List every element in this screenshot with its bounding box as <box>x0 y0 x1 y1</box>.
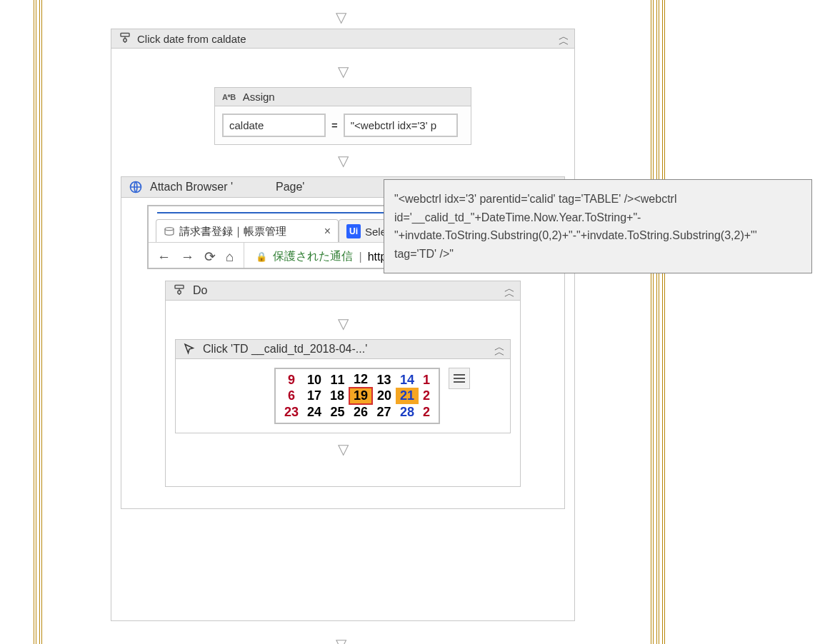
drop-arrow-icon[interactable]: ▽ <box>338 308 349 339</box>
expression-tooltip: "<webctrl idx='3' parentid='calid' tag='… <box>384 179 812 273</box>
svg-point-1 <box>124 39 127 42</box>
calendar-cell: 1 <box>419 372 434 388</box>
drop-arrow-icon[interactable]: ▽ <box>336 628 346 644</box>
calendar-cell: 18 <box>326 388 349 404</box>
sequence-click-date[interactable]: Click date from caldate ︿︿ ▽ A*B Assign … <box>111 29 575 621</box>
back-icon: ← <box>157 249 171 265</box>
calendar-cell: 23 <box>280 404 303 420</box>
calendar-cell: 6 <box>280 388 303 404</box>
close-icon: × <box>324 225 331 238</box>
forward-icon: → <box>181 249 194 265</box>
calendar-cell: 20 <box>372 388 396 404</box>
sequence-header[interactable]: Click date from caldate ︿︿ <box>111 29 574 49</box>
addr-sep: | <box>359 251 361 263</box>
assign-value-input[interactable] <box>344 114 458 137</box>
calendar-cell: 2 <box>419 388 434 404</box>
click-activity[interactable]: Click 'TD __calid_td_2018-04-...' ︿︿ 910… <box>175 339 511 433</box>
tooltip-text: "<webctrl idx='3' parentid='calid' tag='… <box>394 193 757 260</box>
calendar-cell: 21 <box>396 388 419 404</box>
globe-icon <box>129 180 143 194</box>
uipath-icon: Ui <box>346 224 361 238</box>
click-title: Click 'TD __calid_td_2018-04-...' <box>203 343 367 356</box>
reload-icon: ⟳ <box>204 248 216 265</box>
collapse-icon[interactable]: ︿︿ <box>559 34 567 44</box>
calendar-cell: 19 <box>349 388 372 404</box>
calendar-cell: 27 <box>372 404 396 420</box>
calendar-cell: 13 <box>372 372 396 388</box>
database-icon <box>164 227 175 236</box>
svg-point-5 <box>178 291 181 294</box>
attach-browser-title-prefix: Attach Browser ' <box>150 181 233 193</box>
do-sequence[interactable]: Do ︿︿ ▽ Click 'TD __ <box>165 281 521 487</box>
assign-activity[interactable]: A*B Assign = <box>214 87 471 145</box>
calendar-cell: 28 <box>396 404 419 420</box>
collapse-icon[interactable]: ︿︿ <box>494 344 503 355</box>
calendar-cell: 2 <box>419 404 434 420</box>
calendar-cell: 9 <box>280 372 303 388</box>
assign-equals: = <box>331 119 338 131</box>
calendar-cell: 26 <box>349 404 372 420</box>
column-border <box>39 0 42 644</box>
drop-arrow-icon[interactable]: ▽ <box>338 433 349 465</box>
assign-icon: A*B <box>222 93 236 101</box>
do-header[interactable]: Do ︿︿ <box>166 281 520 301</box>
assign-to-input[interactable] <box>222 114 326 137</box>
drop-arrow-icon[interactable]: ▽ <box>338 145 349 176</box>
options-button[interactable] <box>449 368 470 389</box>
home-icon: ⌂ <box>226 249 234 265</box>
sequence-title: Click date from caldate <box>137 33 246 45</box>
do-title: Do <box>193 284 207 297</box>
drop-arrow-icon[interactable]: ▽ <box>338 56 349 87</box>
svg-point-3 <box>165 228 174 231</box>
calendar-cell: 10 <box>303 372 326 388</box>
calendar-screenshot[interactable]: 9101112131416171819202122324252627282 <box>274 368 440 424</box>
calendar-cell: 24 <box>303 404 326 420</box>
cursor-icon <box>183 343 196 356</box>
sequence-icon <box>119 32 131 45</box>
secure-text: 保護された通信 <box>273 249 353 264</box>
calendar-cell: 14 <box>396 372 419 388</box>
column-border <box>656 0 659 644</box>
click-header[interactable]: Click 'TD __calid_td_2018-04-...' ︿︿ <box>176 340 510 359</box>
calendar-cell: 17 <box>303 388 326 404</box>
sequence-icon <box>173 284 186 297</box>
assign-header[interactable]: A*B Assign <box>215 88 471 106</box>
column-border <box>34 0 36 644</box>
calendar-cell: 25 <box>326 404 349 420</box>
browser-tab-active: 請求書登録｜帳票管理 × <box>156 219 339 243</box>
tab-label: 請求書登録｜帳票管理 <box>179 225 286 238</box>
lock-icon: 🔒 <box>256 251 267 262</box>
column-border <box>651 0 654 644</box>
column-border <box>662 0 665 644</box>
calendar-table: 9101112131416171819202122324252627282 <box>280 372 434 420</box>
collapse-icon[interactable]: ︿︿ <box>504 286 513 296</box>
calendar-cell: 11 <box>326 372 349 388</box>
calendar-cell: 12 <box>349 372 372 388</box>
attach-browser-title-suffix: Page' <box>276 181 304 193</box>
svg-rect-4 <box>175 286 184 289</box>
assign-label: Assign <box>243 91 275 103</box>
svg-rect-0 <box>121 34 129 37</box>
